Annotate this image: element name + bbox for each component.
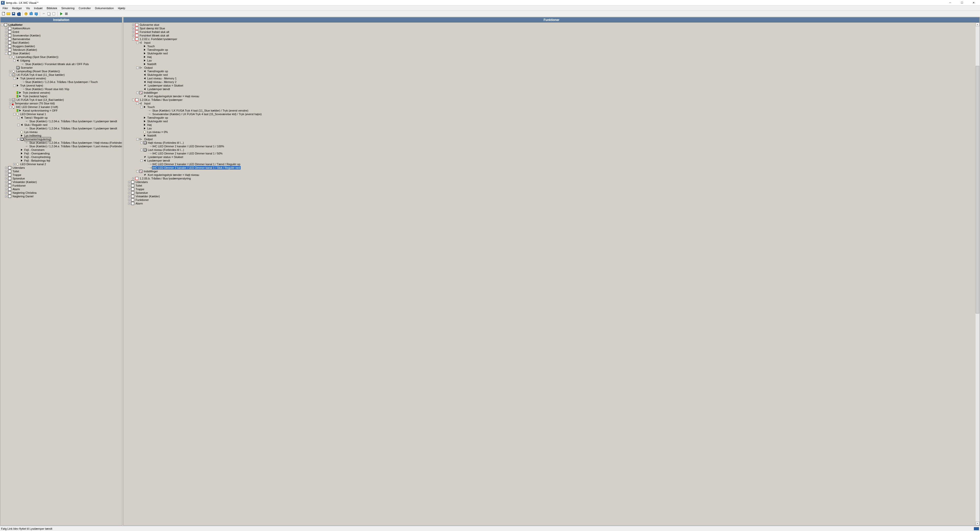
help-button[interactable]: ? [24, 11, 28, 16]
tree-label[interactable]: Stue (Kælder) / Roset stue kld / Kip [25, 87, 70, 91]
expand-toggle[interactable]: + [5, 35, 7, 37]
tree-label[interactable]: Indstillinger [143, 169, 159, 173]
tree-label[interactable]: Nøglering Daniel [12, 195, 34, 198]
expand-toggle[interactable]: + [5, 195, 7, 198]
tree-label[interactable]: Vinkælder (Kælder) [135, 195, 160, 198]
tree-label[interactable]: Køkken/Alrum [12, 27, 30, 30]
vertical-scrollbar[interactable]: ▴ ▾ [975, 22, 980, 525]
collapse-toggle[interactable]: - [132, 99, 135, 101]
tree-label[interactable]: Temperatur sensor (T6 Stue kld) [14, 102, 56, 105]
tree-label[interactable]: Lampeudtag (Roset Stue (Kælder)) [16, 69, 60, 73]
tree-node[interactable]: -[→Output-Højt niveau (Forbindes til I..… [136, 137, 975, 169]
tree-label[interactable]: Tænd/regulér op [147, 116, 169, 120]
tree-label[interactable]: Fejl - Overstrøm [24, 148, 45, 151]
tree-node[interactable]: -→]Input-Touch·<·Stue (Kælder) / LK FUGA… [136, 102, 975, 137]
expand-toggle[interactable]: + [5, 174, 7, 176]
scroll-track[interactable] [975, 26, 980, 521]
tree-label[interactable]: Soveværelse (Kælder) / LK FUGA Tryk 4 ta… [152, 112, 262, 116]
tree-label[interactable]: Toilet [12, 169, 20, 173]
menu-hjaelp[interactable]: Hjælp [116, 6, 127, 10]
tree-node[interactable]: ·<·Stue (Kælder) / 1.2.04.e. Trådløs / B… [21, 120, 122, 123]
tree-label[interactable]: Trappe [12, 173, 22, 177]
tree-label[interactable]: Lysdæmper status = Slukket [147, 155, 184, 159]
expand-toggle[interactable]: + [132, 31, 135, 33]
tree-label[interactable]: 1.2.04.e. Trådløs / Bus lysdæmper [139, 98, 183, 102]
tree-label[interactable]: Stue (Kælder) / Forsinket tiltræk sluk a… [25, 62, 89, 66]
tree-label[interactable]: Natdrift [147, 134, 157, 137]
tree-root-label[interactable]: Lokaliteter [8, 23, 23, 27]
funktioner-tree[interactable]: +Gulvvarme stue+Spot dæmp kld Stue+Forsi… [124, 22, 980, 525]
tree-node[interactable]: +Trappe [128, 187, 975, 191]
tree-node[interactable]: ··>Stue (Kælder) / Roset stue kld / Kip [18, 87, 122, 91]
tree-label[interactable]: Toilet [135, 184, 143, 187]
tree-node[interactable]: +Bad (Kælder) [5, 41, 122, 45]
tree-label[interactable]: Spot dæmp kld Stue [139, 27, 165, 30]
tree-label[interactable]: Lavt niveau (Forbindes til I...) [147, 148, 185, 151]
tree-node[interactable]: +Funktioner [128, 198, 975, 202]
expand-toggle[interactable]: + [132, 35, 135, 37]
tree-node[interactable]: -LED Dimmer kanal 1-Tænd / Regulér op·<·… [13, 112, 122, 163]
tree-node[interactable]: Lysdæmper tændt [140, 87, 975, 91]
expand-toggle[interactable]: + [132, 27, 135, 30]
tree-label[interactable]: Tryk (nederst venstre) [22, 91, 51, 94]
tree-node[interactable]: Høj [140, 55, 975, 59]
collapse-toggle[interactable]: - [140, 106, 143, 108]
tree-label[interactable]: Entré [12, 30, 20, 34]
tree-node[interactable]: Sluk/regulér ned [140, 120, 975, 123]
expand-toggle[interactable]: + [128, 181, 130, 183]
saveall-button[interactable] [16, 11, 21, 16]
collapse-toggle[interactable]: - [5, 52, 7, 55]
tree-label[interactable]: Stue (Kælder) / LK FUGA Tryk 4 tast (11_… [152, 109, 249, 112]
tree-node[interactable]: Lav [140, 127, 975, 130]
tree-label[interactable]: Fejl - Overspænding [24, 151, 50, 155]
tree-label[interactable]: Output [144, 66, 153, 69]
menu-indsaet[interactable]: Indsæt [32, 6, 45, 10]
expand-toggle[interactable]: + [128, 188, 130, 190]
tree-label[interactable]: IHC LED Dimmer 2 kanaler (I loft) [16, 105, 59, 109]
tree-node[interactable]: Fejl - Overstrøm [18, 148, 122, 151]
save-button[interactable] [11, 11, 16, 16]
collapse-toggle[interactable]: - [1, 24, 3, 26]
tree-label[interactable]: LED Dimmer kanal 2 [20, 163, 46, 166]
collapse-toggle[interactable]: - [136, 102, 138, 105]
tree-label[interactable]: Spisestue [12, 177, 25, 180]
tree-label[interactable]: Spisestue [135, 191, 148, 195]
expand-toggle[interactable]: + [132, 24, 135, 26]
tree-label[interactable]: Trappe [135, 187, 145, 191]
tree-node[interactable]: -Scenarier/regulering·<·Stue (Kælder) / … [18, 137, 122, 148]
tree-label[interactable]: Højt niveau (Forbindes til I...) [147, 141, 184, 145]
tree-node[interactable]: -1.2.04.e. Trådløs / Bus lysdæmper-→]Inp… [132, 98, 975, 177]
tree-label[interactable]: Nøglering Christina [12, 191, 37, 195]
collapse-toggle[interactable]: - [13, 59, 16, 62]
tree-node[interactable]: ··>Stue (Kælder) / 1.2.04.e. Trådløs / B… [18, 80, 122, 84]
tree-node[interactable]: +Temperatur sensor (T6 Stue kld) [9, 102, 122, 105]
tree-label[interactable]: Kanal synkronisering = OFF [22, 109, 58, 112]
collapse-toggle[interactable]: - [13, 85, 16, 87]
tree-label[interactable]: Gulvvarme stue [139, 23, 160, 27]
expand-toggle[interactable]: + [128, 203, 130, 205]
tree-node[interactable]: Lav [140, 59, 975, 62]
tree-node[interactable]: -Højt niveau (Forbindes til I...)··>IHC … [140, 141, 975, 148]
tree-label[interactable]: Høj [147, 123, 152, 127]
tree-node[interactable]: Kort reguleringstryk tænder = Højt nivea… [140, 94, 975, 98]
collapse-toggle[interactable]: - [9, 56, 11, 58]
expand-toggle[interactable]: + [5, 192, 7, 194]
tree-label[interactable]: IHC LED Dimmer 2 kanaler / LED Dimmer ka… [152, 163, 241, 166]
collapse-toggle[interactable]: - [136, 67, 138, 69]
menu-vis[interactable]: Vis [24, 6, 32, 10]
expand-toggle[interactable]: + [5, 31, 7, 33]
tree-label[interactable]: Børneværelse [12, 37, 30, 41]
expand-toggle[interactable]: + [5, 185, 7, 187]
tree-node[interactable]: -LK FUGA Tryk 4 tast (11_Stue kælder)-Tr… [9, 73, 122, 98]
tree-label[interactable]: LK FUGA Tryk 4 tast (11_Stue kælder) [16, 73, 65, 77]
tree-node[interactable]: +Børneværelse [5, 37, 122, 41]
tree-label[interactable]: Udendørs [135, 180, 148, 184]
tree-label[interactable]: Forsinket frafald sluk alt [139, 30, 170, 34]
tree-label[interactable]: Scenarier [20, 66, 33, 69]
tree-label[interactable]: Touch [147, 105, 155, 109]
tree-node[interactable]: ·<·Stue (Kælder) / 1.2.04.e. Trådløs / B… [21, 141, 122, 145]
tree-label[interactable]: Tænd/regulér op [147, 69, 169, 73]
tree-node[interactable]: +Spisestue [128, 191, 975, 195]
collapse-toggle[interactable]: - [136, 170, 138, 172]
expand-toggle[interactable]: + [9, 102, 11, 105]
